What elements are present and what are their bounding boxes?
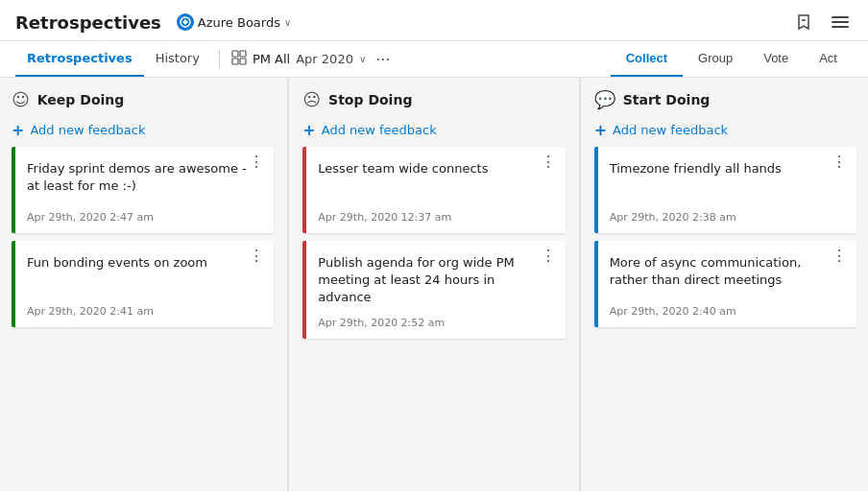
phase-nav: Collect Group Vote Act	[611, 41, 853, 77]
column-icon-start-doing: 💬	[594, 89, 615, 109]
card-menu-button-start-doing-1[interactable]: ⋮	[828, 247, 851, 266]
card-text-stop-doing-0: Lesser team wide connects	[318, 160, 553, 178]
header-right	[791, 10, 853, 35]
bookmark-button[interactable]	[791, 10, 816, 35]
column-title-stop-doing: Stop Doing	[328, 92, 412, 107]
add-feedback-button-start-doing[interactable]: +Add new feedback	[594, 117, 856, 147]
azure-boards-label: Azure Boards	[198, 15, 280, 30]
board-name: PM All	[253, 52, 290, 66]
card-keep-doing-0: ⋮Friday sprint demos are awesome - at le…	[12, 147, 274, 233]
card-date-keep-doing-0: Apr 29th, 2020 2:47 am	[27, 211, 262, 224]
card-stop-doing-0: ⋮Lesser team wide connectsApr 29th, 2020…	[302, 147, 565, 233]
board-selector[interactable]: PM All Apr 2020 ∨	[228, 44, 370, 75]
azure-boards-link[interactable]: Azure Boards ∨	[177, 13, 291, 31]
column-separator	[579, 78, 581, 491]
svg-rect-5	[232, 51, 238, 57]
columns-container: ☺Keep Doing+Add new feedback⋮Friday spri…	[0, 78, 868, 491]
add-feedback-button-keep-doing[interactable]: +Add new feedback	[12, 117, 274, 147]
card-date-start-doing-0: Apr 29th, 2020 2:38 am	[610, 211, 845, 224]
card-start-doing-0: ⋮Timezone friendly all handsApr 29th, 20…	[594, 147, 856, 233]
column-stop-doing: ☹Stop Doing+Add new feedback⋮Lesser team…	[291, 78, 576, 491]
card-text-keep-doing-1: Fun bonding events on zoom	[27, 254, 262, 272]
azure-boards-icon	[177, 13, 194, 31]
card-menu-button-start-doing-0[interactable]: ⋮	[828, 153, 851, 172]
column-header-start-doing: 💬Start Doing	[594, 78, 856, 117]
card-menu-button-keep-doing-0[interactable]: ⋮	[245, 153, 268, 172]
add-feedback-button-stop-doing[interactable]: +Add new feedback	[302, 117, 565, 147]
plus-icon: +	[12, 121, 24, 139]
plus-icon: +	[302, 121, 315, 139]
column-icon-stop-doing: ☹	[302, 89, 321, 109]
board-date-chevron: ∨	[359, 54, 366, 64]
column-icon-keep-doing: ☺	[12, 89, 30, 109]
card-menu-button-stop-doing-1[interactable]: ⋮	[537, 247, 560, 266]
sub-header: Retrospectives History PM All Apr 2020 ∨…	[0, 41, 868, 78]
tab-retrospectives[interactable]: Retrospectives	[15, 41, 144, 77]
card-keep-doing-1: ⋮Fun bonding events on zoomApr 29th, 202…	[12, 241, 274, 327]
card-menu-button-keep-doing-1[interactable]: ⋮	[245, 247, 268, 266]
add-feedback-label: Add new feedback	[322, 123, 437, 137]
card-date-start-doing-1: Apr 29th, 2020 2:40 am	[610, 305, 845, 318]
card-text-keep-doing-0: Friday sprint demos are awesome - at lea…	[27, 160, 262, 195]
card-start-doing-1: ⋮More of async communication, rather tha…	[594, 241, 856, 327]
phase-act[interactable]: Act	[804, 41, 853, 77]
column-keep-doing: ☺Keep Doing+Add new feedback⋮Friday spri…	[0, 78, 285, 491]
top-header: Retrospectives Azure Boards ∨	[0, 0, 868, 41]
board-grid-icon	[231, 50, 247, 69]
card-text-stop-doing-1: Publish agenda for org wide PM meeting a…	[318, 254, 553, 307]
column-title-start-doing: Start Doing	[623, 92, 711, 107]
column-start-doing: 💬Start Doing+Add new feedback⋮Timezone f…	[583, 78, 868, 491]
column-title-keep-doing: Keep Doing	[37, 92, 125, 107]
app-title: Retrospectives	[15, 12, 161, 33]
tab-history[interactable]: History	[144, 41, 211, 77]
header-left: Retrospectives Azure Boards ∨	[15, 12, 291, 33]
hamburger-button[interactable]	[828, 10, 853, 35]
sub-header-left: Retrospectives History PM All Apr 2020 ∨…	[15, 41, 396, 77]
nav-divider	[219, 50, 220, 69]
azure-boards-chevron: ∨	[284, 17, 291, 28]
svg-rect-3	[832, 21, 849, 23]
more-options-button[interactable]: ···	[370, 45, 396, 73]
column-header-keep-doing: ☺Keep Doing	[12, 78, 274, 117]
card-text-start-doing-1: More of async communication, rather than…	[610, 254, 845, 289]
phase-collect[interactable]: Collect	[611, 41, 683, 77]
svg-rect-8	[240, 59, 246, 64]
phase-vote[interactable]: Vote	[748, 41, 804, 77]
svg-rect-6	[240, 51, 246, 57]
plus-icon: +	[594, 121, 607, 139]
card-date-keep-doing-1: Apr 29th, 2020 2:41 am	[27, 305, 262, 318]
column-header-stop-doing: ☹Stop Doing	[302, 78, 565, 117]
add-feedback-label: Add new feedback	[613, 123, 728, 137]
phase-group[interactable]: Group	[683, 41, 748, 77]
card-date-stop-doing-0: Apr 29th, 2020 12:37 am	[318, 211, 553, 224]
card-stop-doing-1: ⋮Publish agenda for org wide PM meeting …	[302, 241, 565, 339]
svg-rect-4	[832, 26, 849, 28]
card-date-stop-doing-1: Apr 29th, 2020 2:52 am	[318, 317, 553, 329]
svg-rect-2	[832, 16, 849, 18]
board-date: Apr 2020	[296, 52, 353, 66]
add-feedback-label: Add new feedback	[30, 123, 145, 137]
svg-rect-7	[232, 59, 238, 64]
card-menu-button-stop-doing-0[interactable]: ⋮	[537, 153, 560, 172]
card-text-start-doing-0: Timezone friendly all hands	[610, 160, 845, 178]
column-separator	[287, 78, 289, 491]
